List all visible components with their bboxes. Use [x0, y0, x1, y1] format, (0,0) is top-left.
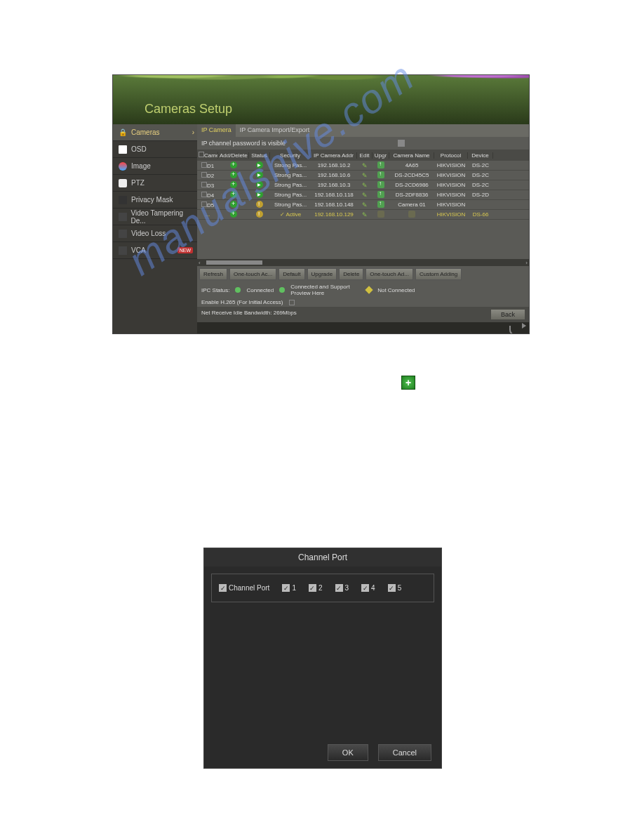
status-icon[interactable] [256, 211, 263, 218]
row-checkbox[interactable] [201, 192, 207, 197]
edit-icon[interactable] [361, 182, 368, 189]
delete-icon[interactable] [230, 181, 237, 188]
upgrade-icon[interactable] [377, 161, 384, 168]
dash-icon [408, 211, 415, 218]
channel-port-4[interactable]: 4 [361, 584, 375, 592]
channel-port-5[interactable]: 5 [388, 584, 402, 592]
default-button[interactable]: Default [279, 268, 304, 280]
header-decoration [113, 75, 529, 96]
status-icon[interactable] [256, 171, 263, 178]
upgrade-button[interactable]: Upgrade [307, 268, 337, 280]
security-cell: Strong Pas... [270, 192, 311, 198]
sidebar-item-video-tampering[interactable]: Video Tampering De... [113, 208, 197, 225]
delete-icon[interactable] [230, 161, 237, 168]
one-touch-ad--button[interactable]: One-touch Ad... [365, 268, 413, 280]
tab-import-export[interactable]: IP Camera Import/Export [236, 124, 314, 137]
delete-icon[interactable] [230, 191, 237, 198]
add-icon[interactable]: + [401, 376, 415, 390]
custom-adding-button[interactable]: Custom Adding [415, 268, 462, 280]
table-row[interactable]: D5Strong Pas...192.168.10.148Camera 01HI… [197, 200, 529, 210]
tabs: IP Camera IP Camera Import/Export [197, 124, 529, 137]
edit-icon[interactable] [361, 201, 368, 208]
channel-port-dialog: Channel Port Channel Port 1 2 3 4 5 OK C… [203, 548, 442, 769]
camera-table: Camer Add/Delete Status Security IP Came… [197, 150, 529, 220]
protocol-cell: HIKVISION [434, 182, 468, 188]
sidebar-item-osd[interactable]: OSD [113, 141, 197, 158]
delete-button[interactable]: Delete [339, 268, 363, 280]
table-row[interactable]: D4Strong Pas...192.168.10.118DS-2DF8836H… [197, 190, 529, 200]
status-icon[interactable] [256, 201, 263, 208]
table-row[interactable]: D2Strong Pas...192.168.10.6DS-2CD45C5HIK… [197, 171, 529, 180]
ip-cell: 192.168.10.129 [311, 211, 357, 218]
select-all-checkbox[interactable] [199, 152, 204, 157]
h265-checkbox[interactable] [289, 300, 295, 305]
row-checkbox[interactable] [201, 162, 207, 168]
ipc-preview-label: Connected and Support Proview Here [290, 284, 361, 296]
tab-ip-camera[interactable]: IP Camera [197, 124, 236, 137]
ptz-icon [119, 179, 127, 187]
password-visible-checkbox[interactable] [398, 140, 405, 147]
sidebar-item-image[interactable]: Image [113, 158, 197, 175]
privacy-mask-icon [119, 196, 127, 204]
col-security: Security [270, 152, 311, 159]
checkbox-icon [219, 584, 227, 592]
action-buttons-row: RefreshOne-touch Ac...DefaultUpgradeDele… [197, 266, 529, 282]
add-icon[interactable] [230, 211, 237, 218]
edit-icon[interactable] [361, 172, 368, 179]
protocol-cell: HIKVISION [434, 201, 468, 208]
row-checkbox[interactable] [201, 172, 207, 178]
ok-button[interactable]: OK [328, 744, 368, 761]
sidebar-item-label: Image [131, 162, 151, 170]
device-cell: DS-2C [468, 182, 493, 188]
checkbox-icon [309, 584, 316, 592]
channel-port-2[interactable]: 2 [309, 584, 323, 592]
name-cell: DS-2CD45C5 [389, 172, 434, 178]
upgrade-icon[interactable] [377, 191, 384, 198]
device-cell: DS-66 [468, 211, 493, 218]
channel-port-1[interactable]: 1 [282, 584, 296, 592]
cancel-button[interactable]: Cancel [378, 744, 431, 761]
scrollbar-thumb[interactable] [206, 260, 262, 265]
edit-icon[interactable] [361, 192, 368, 199]
sidebar-item-ptz[interactable]: PTZ [113, 175, 197, 192]
ip-cell: 192.168.10.2 [311, 162, 357, 168]
back-button[interactable]: Back [491, 310, 525, 319]
edit-icon[interactable] [361, 162, 368, 169]
row-checkbox[interactable] [201, 182, 207, 187]
channel-port-3[interactable]: 3 [335, 584, 349, 592]
lock-icon: 🔒 [119, 128, 127, 137]
table-row-unassigned[interactable]: ...✓ Active192.168.10.129HIKVISIONDS-66 [197, 210, 529, 220]
edit-icon[interactable] [361, 211, 368, 218]
sidebar-item-cameras[interactable]: 🔒Cameras› [113, 124, 197, 141]
sidebar-item-label: Cameras [131, 128, 160, 136]
table-row[interactable]: D3Strong Pas...192.168.10.3DS-2CD6986HIK… [197, 180, 529, 190]
sidebar-item-vca[interactable]: VCANEW [113, 242, 197, 259]
name-cell: Camera 01 [389, 201, 434, 208]
status-icon[interactable] [256, 161, 263, 168]
refresh-button[interactable]: Refresh [199, 268, 227, 280]
sidebar-item-label: VCA [131, 246, 146, 254]
row-checkbox[interactable] [201, 201, 207, 207]
security-cell: ✓ Active [270, 211, 311, 218]
return-icon[interactable] [509, 326, 522, 334]
protocol-cell: HIKVISION [434, 162, 468, 168]
upgrade-icon[interactable] [377, 201, 384, 208]
status-icon[interactable] [256, 181, 263, 188]
sidebar-item-video-loss[interactable]: Video Loss [113, 225, 197, 242]
name-cell: 4A65 [389, 162, 434, 168]
delete-icon[interactable] [230, 201, 237, 208]
upgrade-icon[interactable] [377, 181, 384, 188]
status-icon[interactable] [256, 191, 263, 198]
col-ip: IP Camera Addr [311, 152, 357, 159]
horizontal-scrollbar[interactable]: ‹› [197, 259, 529, 266]
image-icon [119, 162, 127, 171]
sidebar-item-label: Video Loss [131, 230, 166, 237]
delete-icon[interactable] [230, 171, 237, 178]
sidebar-item-privacy-mask[interactable]: Privacy Mask [113, 192, 197, 208]
one-touch-ac--button[interactable]: One-touch Ac... [229, 268, 276, 280]
table-row[interactable]: D1Strong Pas...192.168.10.24A65HIKVISION… [197, 161, 529, 171]
upgrade-icon[interactable] [377, 171, 384, 178]
channel-port-master[interactable]: Channel Port [219, 584, 269, 592]
video-tampering-icon [119, 213, 127, 221]
col-status: Status [249, 152, 270, 159]
